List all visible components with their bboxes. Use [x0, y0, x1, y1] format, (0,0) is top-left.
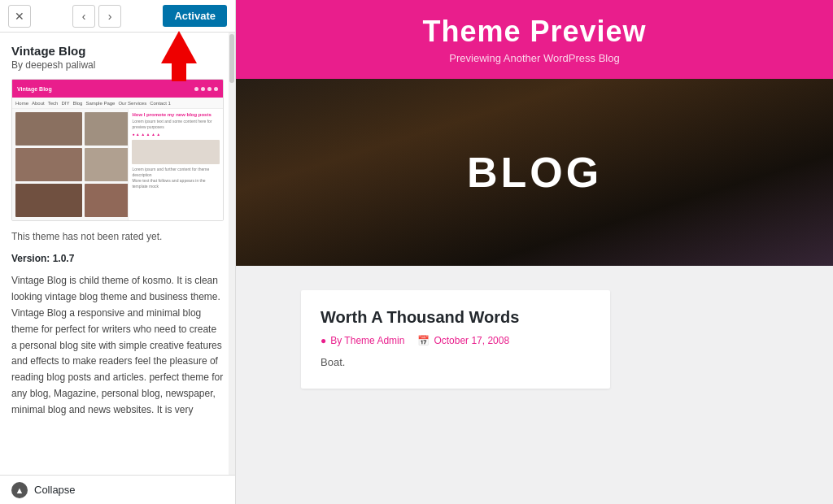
theme-screenshot: Vintage Blog Home About Tech DIY Blog Sa…: [11, 79, 224, 221]
scroll-indicator[interactable]: [229, 33, 235, 504]
post-author-name: By Theme Admin: [330, 335, 404, 346]
panel-top-bar: ✕ ‹ › Activate: [0, 0, 235, 33]
theme-details-panel: ✕ ‹ › Activate Vintage Blog By deepesh p…: [0, 0, 236, 504]
theme-preview-panel: Theme Preview Previewing Another WordPre…: [236, 0, 833, 504]
scroll-thumb: [229, 34, 234, 83]
theme-rating: This theme has not been rated yet.: [0, 229, 235, 251]
post-author: ● By Theme Admin: [321, 335, 404, 346]
post-date-value: October 17, 2008: [434, 335, 509, 346]
nav-buttons: ‹ ›: [72, 5, 121, 28]
site-header: Theme Preview Previewing Another WordPre…: [236, 0, 833, 79]
author-icon: ●: [321, 335, 326, 346]
screenshot-header: Vintage Blog: [12, 80, 223, 98]
post-card: Worth A Thousand Words ● By Theme Admin …: [301, 290, 610, 389]
hero-text: BLOG: [467, 148, 602, 197]
theme-info-section: Vintage Blog By deepesh paliwal: [0, 33, 235, 79]
site-title: Theme Preview: [260, 15, 809, 49]
activate-button[interactable]: Activate: [163, 5, 227, 27]
activate-arrow: [161, 31, 197, 81]
post-excerpt: Boat.: [321, 354, 591, 371]
content-area: Worth A Thousand Words ● By Theme Admin …: [236, 266, 833, 504]
calendar-icon: 📅: [417, 335, 430, 346]
prev-theme-button[interactable]: ‹: [72, 5, 95, 28]
close-button[interactable]: ✕: [8, 5, 31, 28]
post-title: Worth A Thousand Words: [321, 308, 591, 327]
screenshot-logo: Vintage Blog: [17, 86, 52, 92]
theme-version: Version: 1.0.7: [0, 251, 235, 273]
collapse-icon: ▲: [11, 482, 28, 498]
collapse-bar[interactable]: ▲ Collapse: [0, 475, 235, 504]
post-date: 📅 October 17, 2008: [417, 335, 509, 346]
arrow-shaft: [172, 63, 186, 81]
hero-section: BLOG: [236, 79, 833, 266]
theme-description: Vintage Blog is child theme of kosmo. It…: [0, 273, 235, 418]
post-meta: ● By Theme Admin 📅 October 17, 2008: [321, 335, 591, 346]
collapse-label: Collapse: [34, 484, 76, 496]
next-theme-button[interactable]: ›: [98, 5, 121, 28]
site-tagline: Previewing Another WordPress Blog: [260, 52, 809, 64]
arrow-up-icon: [161, 31, 197, 63]
